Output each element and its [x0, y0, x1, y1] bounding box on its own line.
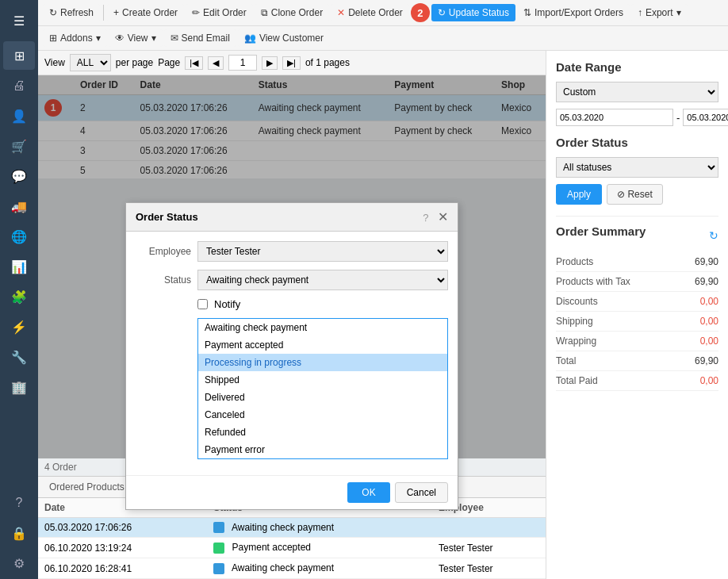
modal-close-icon[interactable]: ✕	[438, 210, 448, 224]
divider	[556, 216, 718, 217]
refresh-button[interactable]: ↻ Refresh	[43, 4, 100, 21]
date-from-input[interactable]	[556, 109, 673, 126]
modal-header: Order Status ? ✕	[126, 203, 458, 232]
separator1	[103, 5, 104, 21]
edit-order-button[interactable]: ✏ Edit Order	[186, 4, 253, 21]
question-icon[interactable]: ?	[3, 489, 35, 517]
truck-icon[interactable]: 🚚	[3, 192, 35, 220]
chart-icon[interactable]: 📊	[3, 252, 35, 281]
date-range-select[interactable]: Custom	[556, 82, 718, 102]
status-dot	[213, 563, 224, 574]
addons-button[interactable]: ⊞ Addons ▾	[43, 29, 107, 47]
view-icon: 👁	[115, 33, 125, 44]
status-option-payment-error[interactable]: Payment error	[198, 441, 447, 458]
summary-refresh-button[interactable]: ↻	[709, 229, 718, 242]
print-icon[interactable]: 🖨	[3, 71, 35, 100]
notify-checkbox[interactable]	[197, 299, 208, 309]
clone-icon: ⧉	[261, 7, 268, 18]
modal-ok-button[interactable]: OK	[347, 482, 389, 503]
modal-cancel-button[interactable]: Cancel	[395, 482, 448, 503]
date-range-title: Date Range	[556, 60, 718, 74]
wrench-icon[interactable]: 🔧	[3, 343, 35, 371]
status-option-payment-accepted[interactable]: Payment accepted	[198, 336, 447, 354]
prev-page-button[interactable]: ◀	[208, 56, 224, 70]
right-panel: Date Range Custom - Order Status All sta…	[546, 51, 728, 579]
left-panel: View ALL per page Page |◀ ◀ ▶ ▶| of 1 pa…	[38, 51, 546, 579]
status-dropdown-list: Awaiting check payment Payment accepted …	[197, 318, 448, 459]
lock-icon[interactable]: 🔒	[3, 519, 35, 547]
export-button[interactable]: ↑ Export ▾	[631, 4, 688, 21]
chat-icon[interactable]: 💬	[3, 162, 35, 190]
table-area: Order ID Date Status Payment Shop 1 2	[38, 75, 546, 458]
history-employee: Tester Tester	[432, 538, 546, 558]
import-export-button[interactable]: ⇅ Import/Export Orders	[517, 4, 630, 21]
history-employee	[432, 517, 546, 538]
summary-rows: Products 69,90 Products with Tax 69,90 D…	[556, 252, 718, 391]
order-status-select[interactable]: All statuses	[556, 157, 718, 178]
badge-button-2[interactable]: 2	[411, 3, 430, 22]
summary-label-shipping: Shipping	[556, 316, 593, 327]
export-chevron-icon: ▾	[676, 7, 681, 18]
status-option-awaiting[interactable]: Awaiting check payment	[198, 319, 447, 336]
apply-button[interactable]: Apply	[556, 184, 602, 205]
update-status-button[interactable]: ↻ Update Status	[431, 4, 515, 21]
employee-select[interactable]: Tester Tester	[197, 241, 448, 262]
page-label: Page	[158, 57, 180, 68]
sliders-icon[interactable]: ⚡	[3, 313, 35, 341]
per-page-label: per page	[116, 57, 153, 68]
history-date: 05.03.2020 17:06:26	[38, 517, 207, 538]
modal-overlay: Order Status ? ✕ Employee Tester Tester	[38, 75, 546, 458]
last-page-button[interactable]: ▶|	[282, 56, 301, 70]
first-page-button[interactable]: |◀	[185, 56, 203, 70]
next-page-button[interactable]: ▶	[262, 56, 278, 70]
reset-button[interactable]: ⊘ Reset	[607, 184, 663, 205]
dashboard-icon[interactable]: ⊞	[3, 41, 35, 70]
hamburger-icon[interactable]: ☰	[3, 6, 35, 35]
person-icon[interactable]: 👤	[3, 102, 35, 130]
order-summary-title: Order Summary	[556, 224, 646, 238]
history-row[interactable]: 05.03.2020 17:06:26 Awaiting check payme…	[38, 517, 546, 538]
history-row[interactable]: 06.10.2020 13:19:24 Payment accepted Tes…	[38, 538, 546, 558]
main-toolbar: ↻ Refresh + Create Order ✏ Edit Order ⧉ …	[38, 0, 728, 26]
page-input[interactable]	[228, 55, 257, 71]
order-summary-header: Order Summary ↻	[556, 224, 718, 246]
view-button[interactable]: 👁 View ▾	[109, 29, 163, 47]
status-option-canceled[interactable]: Canceled	[198, 406, 447, 424]
settings-gear-icon[interactable]: ⚙	[3, 549, 35, 577]
employee-row: Employee Tester Tester	[136, 241, 448, 262]
history-status: Awaiting check payment	[207, 558, 432, 579]
update-icon: ↻	[438, 7, 446, 18]
summary-value-products-tax: 69,90	[695, 276, 718, 287]
history-employee: Tester Tester	[432, 558, 546, 579]
view-customer-button[interactable]: 👥 View Customer	[238, 29, 330, 47]
status-select[interactable]: Awaiting check payment	[197, 270, 448, 290]
clone-order-button[interactable]: ⧉ Clone Order	[255, 4, 329, 21]
summary-value-discounts: 0,00	[700, 296, 718, 307]
cart-icon[interactable]: 🛒	[3, 132, 35, 160]
history-row[interactable]: 06.10.2020 16:28:41 Awaiting check payme…	[38, 558, 546, 579]
view-chevron-icon: ▾	[151, 33, 156, 44]
delete-order-button[interactable]: ✕ Delete Order	[331, 4, 409, 21]
tab-ordered-products[interactable]: Ordered Products	[38, 477, 136, 497]
summary-label-total: Total	[556, 355, 576, 366]
content-area: View ALL per page Page |◀ ◀ ▶ ▶| of 1 pa…	[38, 51, 728, 579]
send-email-button[interactable]: ✉ Send Email	[164, 29, 236, 47]
building-icon[interactable]: 🏢	[3, 373, 35, 401]
secondary-toolbar: ⊞ Addons ▾ 👁 View ▾ ✉ Send Email 👥 View …	[38, 26, 728, 51]
status-option-processing[interactable]: Processing in progress	[198, 354, 447, 371]
globe-icon[interactable]: 🌐	[3, 222, 35, 251]
puzzle-icon[interactable]: 🧩	[3, 282, 35, 311]
status-option-delivered[interactable]: Delivered	[198, 389, 447, 406]
date-to-input[interactable]	[683, 109, 728, 126]
filter-buttons: Apply ⊘ Reset	[556, 184, 718, 205]
summary-row-wrapping: Wrapping 0,00	[556, 332, 718, 351]
status-option-refunded[interactable]: Refunded	[198, 424, 447, 441]
create-order-button[interactable]: + Create Order	[107, 4, 184, 21]
sidebar: ☰ ⊞ 🖨 👤 🛒 💬 🚚 🌐 📊 🧩 ⚡ 🔧 🏢 ? 🔒 ⚙	[0, 0, 38, 579]
per-page-select[interactable]: ALL	[70, 54, 111, 71]
status-option-shipped[interactable]: Shipped	[198, 371, 447, 389]
summary-row-total-paid: Total Paid 0,00	[556, 371, 718, 391]
create-icon: +	[113, 7, 119, 18]
summary-row-shipping: Shipping 0,00	[556, 312, 718, 332]
modal-help-icon[interactable]: ?	[423, 212, 428, 224]
